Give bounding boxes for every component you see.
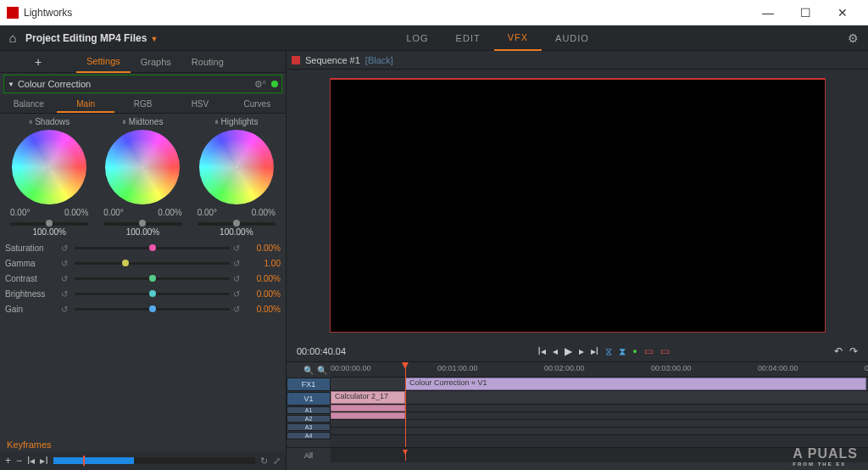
reset-icon[interactable]: ↺ xyxy=(61,259,68,268)
close-button[interactable]: ✕ xyxy=(824,1,861,25)
goto-start-icon[interactable]: I◂ xyxy=(537,345,545,357)
reset-icon[interactable]: ↺ xyxy=(233,259,240,268)
collapse-icon[interactable]: ▼ xyxy=(8,81,14,88)
cc-tab-balance[interactable]: Balance xyxy=(0,95,57,113)
kf-next-icon[interactable]: ▸I xyxy=(40,455,47,467)
tab-graphs[interactable]: Graphs xyxy=(131,51,181,73)
color-wheel-shadows[interactable] xyxy=(12,130,86,204)
timecode-display[interactable]: 00:00:40.04 xyxy=(297,346,373,356)
home-icon[interactable]: ⌂ xyxy=(0,31,25,45)
tab-edit[interactable]: EDIT xyxy=(442,25,494,51)
a4-row[interactable] xyxy=(331,428,868,435)
mark-out-icon[interactable]: ⧗ xyxy=(619,345,626,357)
maximize-button[interactable]: ☐ xyxy=(787,1,824,25)
kf-expand-icon[interactable]: ⤢ xyxy=(273,456,281,467)
clip-video[interactable]: Calculator 2_17 xyxy=(331,391,405,404)
effect-header-colour-correction[interactable]: ▼ Colour Correction ⚙° xyxy=(3,75,282,93)
track-fx1[interactable]: FX1 xyxy=(287,378,331,391)
track-a3[interactable]: A3 xyxy=(287,423,331,431)
time-ruler[interactable]: 00:00:00.0000:01:00.0000:02:00.0000:03:0… xyxy=(331,362,868,378)
track-a1[interactable]: A1 xyxy=(287,406,331,414)
marker-icon[interactable]: ● xyxy=(632,347,637,355)
tab-audio[interactable]: AUDIO xyxy=(542,25,603,51)
fx-track-row[interactable]: Colour Correction « V1 xyxy=(331,378,868,391)
keyframes-label: Keyframes xyxy=(0,438,286,451)
tab-vfx[interactable]: VFX xyxy=(494,25,542,51)
track-a4[interactable]: A4 xyxy=(287,432,331,439)
timeline-body[interactable]: 00:00:00.0000:01:00.0000:02:00.0000:03:0… xyxy=(331,362,868,447)
tab-routing[interactable]: Routing xyxy=(181,51,234,73)
adjust-value[interactable]: 0.00% xyxy=(243,305,281,314)
track-all[interactable]: All xyxy=(287,448,331,462)
bars-icon[interactable]: ılı xyxy=(123,118,125,126)
project-title[interactable]: Project Editing MP4 Files▼ xyxy=(25,32,158,44)
adjust-slider[interactable] xyxy=(75,293,230,295)
a3-row[interactable] xyxy=(331,420,868,428)
reset-icon[interactable]: ↺ xyxy=(61,305,68,314)
a1-row[interactable] xyxy=(331,405,868,412)
mark-in-icon[interactable]: ⧖ xyxy=(605,345,612,357)
reset-icon[interactable]: ↺ xyxy=(233,305,240,314)
play-icon[interactable]: ▶ xyxy=(565,345,572,357)
reset-icon[interactable]: ↺ xyxy=(233,274,240,283)
wheel-slider[interactable] xyxy=(10,222,88,226)
effect-settings-icon[interactable]: ⚙° xyxy=(254,79,266,90)
tab-settings[interactable]: Settings xyxy=(76,51,131,73)
track-v1[interactable]: V1 xyxy=(287,392,331,406)
adjust-slider[interactable] xyxy=(75,262,230,265)
adjust-contrast: Contrast ↺ ↺ 0.00% xyxy=(0,271,286,286)
clip-colour-correction[interactable]: Colour Correction « V1 xyxy=(405,378,866,390)
v-track-row[interactable]: Calculator 2_17 xyxy=(331,391,868,405)
kf-remove-icon[interactable]: − xyxy=(16,455,22,467)
color-wheel-highlights[interactable] xyxy=(199,130,274,204)
adjust-value[interactable]: 0.00% xyxy=(243,274,281,283)
kf-add-icon[interactable]: + xyxy=(5,455,11,467)
reset-icon[interactable]: ↺ xyxy=(233,243,240,253)
wheel-gain: 100.00% xyxy=(191,227,282,237)
bars-icon[interactable]: ılı xyxy=(214,118,217,126)
ruler-tick: 00:01:00.00 xyxy=(437,364,478,372)
adjust-value[interactable]: 0.00% xyxy=(243,289,281,299)
keyframe-strip[interactable] xyxy=(53,457,255,464)
video-canvas[interactable] xyxy=(330,78,826,333)
a2-row[interactable] xyxy=(331,412,868,420)
delete-icon[interactable]: ▭ xyxy=(644,345,654,357)
lift-icon[interactable]: ▭ xyxy=(660,345,670,357)
reset-icon[interactable]: ↺ xyxy=(61,243,68,253)
kf-loop-icon[interactable]: ↻ xyxy=(260,456,268,467)
kf-prev-icon[interactable]: I◂ xyxy=(27,455,35,467)
color-wheel-midtones[interactable] xyxy=(105,130,180,204)
cc-tab-hsv[interactable]: HSV xyxy=(171,95,228,113)
zoom-in-icon[interactable]: 🔍 xyxy=(317,366,327,375)
zoom-out-icon[interactable]: 🔍 xyxy=(303,366,314,375)
tab-log[interactable]: LOG xyxy=(392,25,442,51)
add-effect-button[interactable]: + xyxy=(0,55,76,69)
track-a2[interactable]: A2 xyxy=(287,415,331,422)
cc-tab-main[interactable]: Main xyxy=(57,95,114,113)
adjust-value[interactable]: 1.00 xyxy=(243,259,281,268)
reset-icon[interactable]: ↺ xyxy=(61,274,68,283)
redo-icon[interactable]: ↷ xyxy=(849,345,858,357)
cc-tab-rgb[interactable]: RGB xyxy=(114,95,171,113)
cc-tab-curves[interactable]: Curves xyxy=(229,95,286,113)
goto-end-icon[interactable]: ▸I xyxy=(591,345,598,357)
step-back-icon[interactable]: ◂ xyxy=(553,345,558,357)
adjust-slider[interactable] xyxy=(75,308,230,311)
adjust-value[interactable]: 0.00% xyxy=(243,243,281,253)
wheel-gain: 100.00% xyxy=(3,227,95,237)
effect-enabled-dot[interactable] xyxy=(271,81,278,87)
undo-icon[interactable]: ↶ xyxy=(834,345,843,357)
reset-icon[interactable]: ↺ xyxy=(61,289,68,299)
wheel-slider[interactable] xyxy=(198,222,275,226)
playhead[interactable] xyxy=(405,362,406,447)
bars-icon[interactable]: ılı xyxy=(29,118,31,126)
timeline-overview[interactable] xyxy=(331,448,868,462)
adjust-slider[interactable] xyxy=(75,277,230,280)
reset-icon[interactable]: ↺ xyxy=(233,289,240,299)
minimize-button[interactable]: — xyxy=(749,1,787,25)
settings-gear-icon[interactable]: ⚙ xyxy=(837,31,868,45)
wheel-slider[interactable] xyxy=(103,222,181,226)
step-fwd-icon[interactable]: ▸ xyxy=(579,345,584,357)
adjust-slider[interactable] xyxy=(75,247,230,249)
sequence-name[interactable]: Sequence #1 xyxy=(305,55,360,65)
